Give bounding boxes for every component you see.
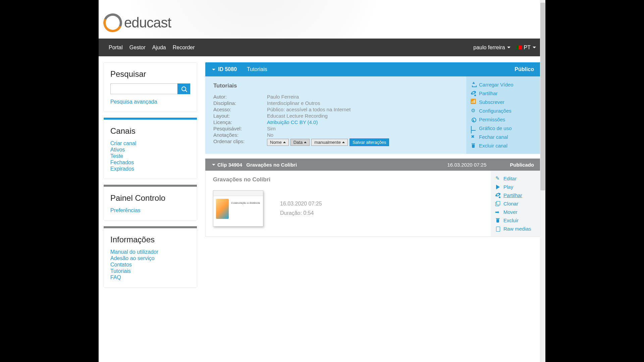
action-label: Configurações <box>479 108 512 114</box>
gear-icon <box>471 109 476 113</box>
canais-teste[interactable]: Teste <box>110 153 190 159</box>
channel-status-badge: Público <box>515 66 534 72</box>
sort-nome-button[interactable]: Nome <box>267 139 289 146</box>
sort-nome-label: Nome <box>270 140 282 145</box>
clip-action-mover[interactable]: Mover <box>495 209 536 215</box>
trash-icon <box>495 218 501 223</box>
document-icon <box>495 227 501 231</box>
painel-panel: Painel Controlo Preferências <box>103 186 197 221</box>
save-order-button[interactable]: Salvar alterações <box>350 138 389 146</box>
meta-autor-label: Autor: <box>213 94 267 100</box>
action-excluir-canal[interactable]: Excluir canal <box>471 143 536 148</box>
search-title: Pesquisar <box>110 69 190 79</box>
clip-action-editar[interactable]: Editar <box>495 176 536 181</box>
action-label: Excluir canal <box>479 143 507 148</box>
info-panel: Informações Manual do utilizador Adesão … <box>103 228 197 288</box>
canais-ativos[interactable]: Ativos <box>110 147 190 153</box>
thumb-browser-bar <box>213 191 263 196</box>
chart-icon <box>471 126 476 131</box>
search-icon <box>181 86 186 91</box>
search-panel: Pesquisar Pesquisa avançada <box>103 62 197 112</box>
info-tutoriais[interactable]: Tutoriais <box>110 268 190 274</box>
meta-layout-value: Educast Lecture Recording <box>267 113 458 119</box>
clip-thumbnail[interactable]: Colaboração a distância <box>213 190 263 227</box>
vertical-scrollbar[interactable] <box>540 0 545 362</box>
action-label: Gráfico de uso <box>479 125 512 131</box>
meta-licenca-label: Licença: <box>213 119 267 125</box>
share-icon <box>495 193 501 198</box>
action-grafico[interactable]: Gráfico de uso <box>471 125 536 131</box>
info-manual[interactable]: Manual do utilizador <box>110 249 190 255</box>
canais-fechados[interactable]: Fechados <box>110 160 190 166</box>
action-configuracoes[interactable]: Configurações <box>471 108 536 114</box>
clip-action-raw-medias[interactable]: Raw medias <box>495 226 536 232</box>
nav-ajuda[interactable]: Ajuda <box>149 39 169 56</box>
clip-id: Clip 34904 <box>217 162 242 168</box>
meta-licenca-value[interactable]: Atribuição CC BY (4.0) <box>267 119 458 125</box>
sidebar: Pesquisar Pesquisa avançada Canais Criar… <box>103 62 197 295</box>
clip-action-partilhar[interactable]: Partilhar <box>495 192 536 198</box>
nav-gestor[interactable]: Gestor <box>126 39 149 56</box>
brand-logo[interactable]: educast <box>103 13 171 32</box>
canais-expirados[interactable]: Expirados <box>110 166 190 172</box>
clip-title: Gravações no Colibri <box>213 176 483 183</box>
channel-name: Tutoriais <box>247 66 267 72</box>
user-menu[interactable]: paulo ferreira <box>470 45 514 51</box>
info-adesao[interactable]: Adesão ao serviço <box>110 255 190 261</box>
caret-up-icon <box>342 141 345 143</box>
action-fechar-canal[interactable]: Fechar canal <box>471 134 536 140</box>
search-button[interactable] <box>177 83 190 94</box>
clip-header[interactable]: Clip 34904 Gravações no Colibri 16.03.20… <box>205 159 541 171</box>
clip-date: 16.03.2020 07:25 <box>280 201 322 207</box>
main-navbar: Portal Gestor Ajuda Recorder paulo ferre… <box>99 39 545 56</box>
share-icon <box>471 91 476 96</box>
caret-down-icon <box>533 47 536 48</box>
caret-up-icon <box>283 141 286 143</box>
lang-code: PT <box>524 45 531 51</box>
rss-icon <box>471 100 476 105</box>
action-label: Partilhar <box>479 90 498 96</box>
info-contatos[interactable]: Contatos <box>110 262 190 268</box>
meta-layout-label: Layout: <box>213 113 267 119</box>
clone-icon <box>495 201 501 206</box>
channel-actions: Carregar Vídeo Partilhar Subscrever Conf… <box>466 76 541 154</box>
sort-data-label: Data <box>293 140 303 145</box>
painel-title: Painel Controlo <box>110 193 190 203</box>
clip-action-excluir[interactable]: Excluir <box>495 218 536 223</box>
logo-icon <box>103 13 122 32</box>
action-partilhar[interactable]: Partilhar <box>471 90 536 96</box>
advanced-search-link[interactable]: Pesquisa avançada <box>110 99 190 105</box>
scrollbar-thumb[interactable] <box>540 3 545 190</box>
user-name: paulo ferreira <box>473 45 505 51</box>
info-faq[interactable]: FAQ <box>110 275 190 281</box>
clip-action-play[interactable]: Play <box>495 184 536 190</box>
meta-acesso-label: Acesso: <box>213 107 267 112</box>
language-menu[interactable]: PT <box>514 45 539 51</box>
nav-portal[interactable]: Portal <box>105 39 126 56</box>
clip-actions: Editar Play Partilhar Clonar Mover Exclu… <box>491 171 540 236</box>
clip-action-clonar[interactable]: Clonar <box>495 201 536 206</box>
upload-icon <box>471 82 476 87</box>
action-label: Excluir <box>503 218 519 223</box>
action-permissoes[interactable]: Permissões <box>471 117 536 122</box>
action-label: Play <box>503 184 513 190</box>
channel-header[interactable]: ID 5080 Tutoriais Público <box>205 62 541 76</box>
channel-title: Tutoriais <box>213 82 458 89</box>
action-label: Editar <box>503 176 517 181</box>
meta-acesso-value: Público: acessível a todos na Internet <box>267 107 458 112</box>
meta-disciplina-label: Disciplina: <box>213 100 267 106</box>
sort-manual-button[interactable]: manualmente <box>311 139 348 146</box>
painel-preferencias[interactable]: Preferências <box>110 207 190 214</box>
caret-down-icon <box>507 47 511 48</box>
action-subscrever[interactable]: Subscrever <box>471 99 536 105</box>
sort-data-button[interactable]: Data <box>290 139 310 146</box>
action-upload-video[interactable]: Carregar Vídeo <box>471 82 536 87</box>
sort-manual-label: manualmente <box>314 140 341 145</box>
meta-pesquisavel-value: Sim <box>267 126 458 131</box>
info-title: Informações <box>110 235 190 244</box>
nav-recorder[interactable]: Recorder <box>169 39 198 56</box>
trash-icon <box>471 143 476 148</box>
search-input[interactable] <box>110 83 177 94</box>
canais-criar[interactable]: Criar canal <box>110 140 190 146</box>
meta-anotacoes-label: Anotações: <box>213 132 267 138</box>
